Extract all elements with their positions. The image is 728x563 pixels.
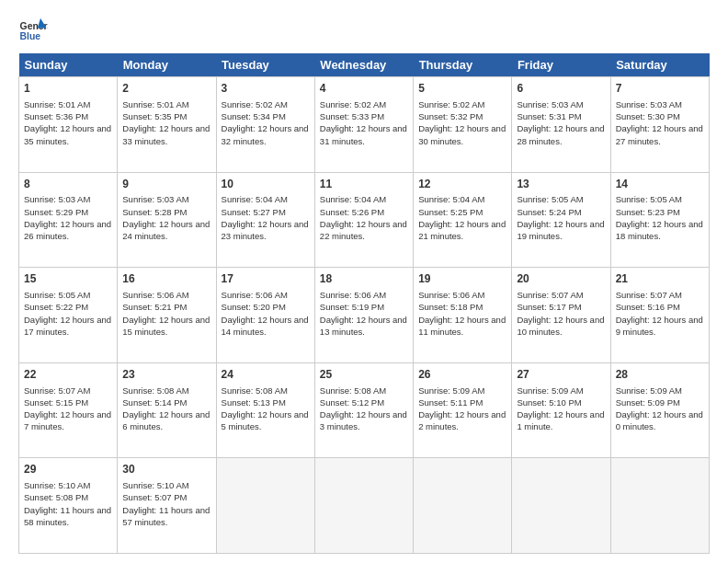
cell-info: Sunset: 5:17 PM xyxy=(517,301,605,313)
cell-info: Sunset: 5:29 PM xyxy=(24,206,112,218)
cell-info: Daylight: 12 hours and 23 minutes. xyxy=(222,218,310,243)
cell-info: Sunrise: 5:03 AM xyxy=(24,193,112,205)
cell-info: Daylight: 12 hours and 10 minutes. xyxy=(517,314,605,339)
header: General Blue xyxy=(18,15,710,44)
cell-info: Sunset: 5:14 PM xyxy=(122,396,210,408)
col-wednesday: Wednesday xyxy=(314,53,413,77)
cell-info: Sunset: 5:19 PM xyxy=(320,301,408,313)
table-row: 8Sunrise: 5:03 AMSunset: 5:29 PMDaylight… xyxy=(19,172,118,268)
table-row: 13Sunrise: 5:05 AMSunset: 5:24 PMDayligh… xyxy=(512,172,610,268)
cell-info: Sunrise: 5:06 AM xyxy=(122,289,210,301)
day-number: 22 xyxy=(24,367,112,383)
cell-info: Sunrise: 5:08 AM xyxy=(320,385,408,396)
cell-info: Sunrise: 5:07 AM xyxy=(24,385,112,396)
table-row: 27Sunrise: 5:09 AMSunset: 5:10 PMDayligh… xyxy=(512,362,610,458)
table-row xyxy=(314,458,413,554)
cell-info: Sunset: 5:27 PM xyxy=(222,206,310,218)
table-row: 2Sunrise: 5:01 AMSunset: 5:35 PMDaylight… xyxy=(118,77,216,173)
cell-info: Sunrise: 5:07 AM xyxy=(616,289,704,301)
cell-info: Daylight: 12 hours and 28 minutes. xyxy=(517,122,605,147)
cell-info: Sunset: 5:08 PM xyxy=(24,491,112,503)
cell-info: Sunset: 5:33 PM xyxy=(320,110,408,122)
svg-text:Blue: Blue xyxy=(20,31,41,41)
cell-info: Sunset: 5:16 PM xyxy=(616,301,704,313)
cell-info: Sunset: 5:15 PM xyxy=(24,396,112,408)
cell-info: Daylight: 12 hours and 5 minutes. xyxy=(222,408,310,433)
day-number: 1 xyxy=(24,81,112,97)
day-number: 23 xyxy=(122,367,210,383)
cell-info: Daylight: 12 hours and 2 minutes. xyxy=(418,408,506,433)
cell-info: Sunrise: 5:01 AM xyxy=(24,98,112,110)
cell-info: Daylight: 11 hours and 57 minutes. xyxy=(122,504,210,529)
table-row: 18Sunrise: 5:06 AMSunset: 5:19 PMDayligh… xyxy=(314,268,413,363)
cell-info: Sunset: 5:12 PM xyxy=(320,396,408,408)
cell-info: Daylight: 12 hours and 32 minutes. xyxy=(222,122,310,147)
cell-info: Sunset: 5:30 PM xyxy=(616,110,704,122)
cell-info: Daylight: 12 hours and 14 minutes. xyxy=(222,314,310,339)
cell-info: Sunset: 5:36 PM xyxy=(24,110,112,122)
cell-info: Daylight: 12 hours and 13 minutes. xyxy=(320,314,408,339)
day-number: 26 xyxy=(418,367,506,383)
cell-info: Daylight: 12 hours and 7 minutes. xyxy=(24,408,112,433)
table-row: 17Sunrise: 5:06 AMSunset: 5:20 PMDayligh… xyxy=(216,268,314,363)
table-row: 25Sunrise: 5:08 AMSunset: 5:12 PMDayligh… xyxy=(314,362,413,458)
table-row: 12Sunrise: 5:04 AMSunset: 5:25 PMDayligh… xyxy=(414,172,512,268)
cell-info: Sunrise: 5:10 AM xyxy=(122,479,210,491)
day-number: 7 xyxy=(616,81,704,97)
table-row: 30Sunrise: 5:10 AMSunset: 5:07 PMDayligh… xyxy=(118,458,216,554)
cell-info: Daylight: 12 hours and 35 minutes. xyxy=(24,122,112,147)
cell-info: Sunrise: 5:06 AM xyxy=(320,289,408,301)
table-row: 29Sunrise: 5:10 AMSunset: 5:08 PMDayligh… xyxy=(19,458,118,554)
cell-info: Daylight: 12 hours and 31 minutes. xyxy=(320,122,408,147)
cell-info: Sunset: 5:26 PM xyxy=(320,206,408,218)
cell-info: Sunrise: 5:04 AM xyxy=(222,193,310,205)
day-number: 6 xyxy=(517,81,605,97)
cell-info: Sunrise: 5:04 AM xyxy=(418,193,506,205)
table-row: 21Sunrise: 5:07 AMSunset: 5:16 PMDayligh… xyxy=(610,268,709,363)
table-row: 9Sunrise: 5:03 AMSunset: 5:28 PMDaylight… xyxy=(118,172,216,268)
cell-info: Daylight: 12 hours and 27 minutes. xyxy=(616,122,704,147)
cell-info: Sunrise: 5:02 AM xyxy=(418,98,506,110)
cell-info: Sunset: 5:21 PM xyxy=(122,301,210,313)
cell-info: Daylight: 12 hours and 30 minutes. xyxy=(418,122,506,147)
day-number: 5 xyxy=(418,81,506,97)
cell-info: Sunset: 5:23 PM xyxy=(616,206,704,218)
table-row: 1Sunrise: 5:01 AMSunset: 5:36 PMDaylight… xyxy=(19,77,118,173)
cell-info: Sunrise: 5:03 AM xyxy=(616,98,704,110)
page: General Blue Sunday Monday Tuesday Wedne… xyxy=(0,0,728,563)
table-row: 16Sunrise: 5:06 AMSunset: 5:21 PMDayligh… xyxy=(118,268,216,363)
col-thursday: Thursday xyxy=(414,53,512,77)
table-row: 4Sunrise: 5:02 AMSunset: 5:33 PMDaylight… xyxy=(314,77,413,173)
cell-info: Daylight: 12 hours and 1 minute. xyxy=(517,408,605,433)
col-tuesday: Tuesday xyxy=(216,53,314,77)
cell-info: Sunrise: 5:10 AM xyxy=(24,479,112,491)
day-number: 8 xyxy=(24,177,112,192)
table-row: 26Sunrise: 5:09 AMSunset: 5:11 PMDayligh… xyxy=(414,362,512,458)
cell-info: Sunset: 5:11 PM xyxy=(418,396,506,408)
day-number: 17 xyxy=(222,271,310,287)
cell-info: Sunset: 5:34 PM xyxy=(222,110,310,122)
day-number: 19 xyxy=(418,271,506,287)
cell-info: Daylight: 12 hours and 9 minutes. xyxy=(616,314,704,339)
table-row: 28Sunrise: 5:09 AMSunset: 5:09 PMDayligh… xyxy=(610,362,709,458)
cell-info: Sunset: 5:09 PM xyxy=(616,396,704,408)
day-number: 28 xyxy=(616,367,704,383)
table-row: 11Sunrise: 5:04 AMSunset: 5:26 PMDayligh… xyxy=(314,172,413,268)
day-number: 12 xyxy=(418,177,506,192)
cell-info: Sunrise: 5:03 AM xyxy=(122,193,210,205)
day-number: 24 xyxy=(222,367,310,383)
day-number: 2 xyxy=(122,81,210,97)
cell-info: Daylight: 12 hours and 6 minutes. xyxy=(122,408,210,433)
logo-icon: General Blue xyxy=(18,15,48,44)
day-number: 27 xyxy=(517,367,605,383)
day-number: 10 xyxy=(222,177,310,192)
cell-info: Sunrise: 5:02 AM xyxy=(320,98,408,110)
logo: General Blue xyxy=(18,15,48,44)
cell-info: Sunrise: 5:08 AM xyxy=(222,385,310,396)
table-row xyxy=(414,458,512,554)
cell-info: Daylight: 12 hours and 21 minutes. xyxy=(418,218,506,243)
cell-info: Daylight: 11 hours and 58 minutes. xyxy=(24,504,112,529)
day-number: 21 xyxy=(616,271,704,287)
cell-info: Daylight: 12 hours and 19 minutes. xyxy=(517,218,605,243)
day-number: 20 xyxy=(517,271,605,287)
